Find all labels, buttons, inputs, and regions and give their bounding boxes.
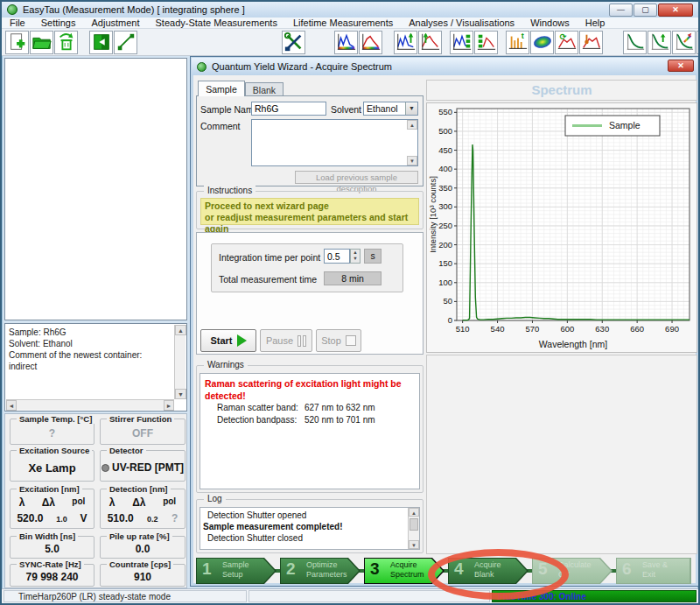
solvent-select[interactable]: Ethanol ▼: [363, 102, 418, 116]
menu-adjustment[interactable]: Adjustment: [83, 18, 147, 28]
stop-button[interactable]: Stop: [316, 329, 361, 352]
decay-button[interactable]: [623, 31, 647, 54]
dialog-title: Quantum Yield Wizard - Acquire Spectrum: [212, 61, 392, 72]
decay-series-button[interactable]: [696, 31, 700, 54]
warning-bandpass-label: Detection bandpass:: [217, 414, 304, 426]
excitation-spectrum-polarized-button[interactable]: [418, 31, 442, 54]
chevron-down-icon[interactable]: ▼: [405, 102, 417, 115]
scroll-up-icon[interactable]: ▲: [175, 325, 186, 335]
scroll-up-icon[interactable]: ▲: [407, 120, 417, 130]
spin-down-icon[interactable]: ▼: [351, 256, 360, 262]
excitation-spectrum-button[interactable]: [359, 31, 382, 54]
sample-name-input[interactable]: [251, 102, 326, 116]
wizard-step-2[interactable]: 2Optimize Parameters: [280, 558, 360, 584]
contour-plot-button[interactable]: [530, 31, 554, 54]
scrollbar-thumb[interactable]: [410, 518, 418, 531]
open-button[interactable]: [30, 31, 53, 54]
svg-text:400: 400: [438, 164, 452, 173]
excitation-source-label: Excitation Source: [17, 446, 92, 455]
menu-windows[interactable]: Windows: [522, 18, 578, 28]
step-number: 2: [286, 559, 296, 579]
warning-main-text: Raman scattering of excitation light mig…: [205, 377, 415, 402]
log-scrollbar[interactable]: ▲ ▼: [408, 508, 419, 549]
sync-rate-group: SYNC-Rate [Hz] 79 998 240: [10, 564, 94, 587]
horizontal-scrollbar[interactable]: ◄ ►: [6, 399, 174, 410]
pol-header: pol: [72, 496, 85, 509]
decay-polarized-button[interactable]: [648, 31, 671, 54]
status-bar: TimeHarp260P (LR) steady-state mode Fluo…: [2, 588, 698, 603]
pause-button[interactable]: Pause: [260, 329, 312, 352]
sample-info-line: Comment of the newest container:: [9, 349, 172, 361]
quantum-yield-wizard-dialog: Quantum Yield Wizard - Acquire Spectrum …: [190, 56, 699, 587]
minimize-button[interactable]: —: [609, 4, 633, 17]
svg-text:50: 50: [443, 296, 452, 306]
pulse-train-button[interactable]: t: [506, 31, 529, 54]
scroll-up-icon[interactable]: ▲: [409, 508, 419, 517]
integration-time-stepper[interactable]: ▲▼: [350, 249, 360, 264]
comment-textarea[interactable]: ▲ ▼: [251, 119, 418, 166]
svg-text:250: 250: [438, 221, 452, 230]
scroll-left-icon[interactable]: ◄: [6, 400, 17, 411]
integration-time-input[interactable]: [324, 249, 350, 264]
delta-lambda-header: Δλ: [42, 496, 55, 509]
svg-text:570: 570: [526, 324, 540, 334]
lambda-header: λ: [109, 496, 116, 509]
scroll-down-icon[interactable]: ▼: [409, 540, 419, 549]
detection-label: Detection [nm]: [107, 484, 171, 494]
menu-steady-state[interactable]: Steady-State Measurements: [148, 18, 285, 28]
emission-spectrum-button[interactable]: [334, 31, 358, 54]
menu-file[interactable]: File: [2, 18, 33, 28]
emission-tres-button[interactable]: [450, 31, 473, 54]
menu-help[interactable]: Help: [578, 18, 613, 28]
stirrer-group: Stirrer Function OFF: [100, 419, 186, 445]
emission-tres-icon: [452, 32, 472, 53]
spin-up-icon[interactable]: ▲: [351, 250, 360, 256]
sample-info-line: indirect: [9, 361, 172, 372]
spectrum-plot: 5105405706006306606900501001502002503003…: [427, 103, 696, 352]
delete-button[interactable]: [54, 31, 78, 54]
menu-settings[interactable]: Settings: [33, 18, 84, 28]
vertical-scrollbar[interactable]: ▲ ▼: [174, 325, 186, 399]
wizard-step-6[interactable]: 6Save & Exit: [616, 558, 691, 584]
scroll-down-icon[interactable]: ▼: [407, 156, 417, 165]
adjustment-curve-button[interactable]: [114, 31, 137, 54]
dialog-close-button[interactable]: ✕: [668, 60, 694, 72]
new-measurement-button[interactable]: [5, 31, 29, 54]
emission-spectrum-polarized-icon: [396, 32, 416, 53]
instrument-setup-button[interactable]: [282, 31, 305, 54]
svg-text:Intensity [10³ counts]: Intensity [10³ counts]: [428, 176, 438, 253]
temperature-spectrum-button[interactable]: [579, 31, 603, 54]
countrate-value: 910: [101, 571, 185, 583]
detection-lambda-value: 510.0: [108, 512, 134, 524]
menu-analyses[interactable]: Analyses / Visualisations: [401, 18, 522, 28]
detector-label: Detector: [107, 446, 146, 455]
svg-text:⟳: ⟳: [559, 32, 566, 41]
tab-sample[interactable]: Sample: [198, 81, 245, 96]
dock-window-icon: [91, 32, 112, 53]
pileup-label: Pile up rate [%]: [107, 531, 172, 541]
total-time-value: 8 min: [324, 271, 382, 285]
scroll-right-icon[interactable]: ►: [164, 400, 174, 411]
sample-description-box: Sample: Rh6G Solvent: Ethanol Comment of…: [4, 323, 187, 412]
start-button[interactable]: Start: [200, 329, 256, 352]
dock-window-button[interactable]: [89, 31, 113, 54]
anisotropy-spectrum-button[interactable]: ⟳: [555, 31, 578, 54]
step-4-highlight-annotation: [428, 549, 569, 600]
emission-spectrum-polarized-button[interactable]: [394, 31, 417, 54]
sample-temp-group: Sample Temp. [°C] ?: [10, 419, 94, 445]
pulse-train-icon: t: [508, 32, 528, 53]
tab-blank[interactable]: Blank: [245, 82, 284, 96]
bin-width-group: Bin Width [ns] 5.0: [10, 536, 94, 559]
measurement-list[interactable]: [4, 58, 187, 320]
detector-value: UV-RED [PMT]: [112, 461, 184, 474]
maximize-button[interactable]: ▢: [634, 4, 657, 17]
scroll-down-icon[interactable]: ▼: [175, 389, 186, 399]
load-previous-sample-button[interactable]: Load previous sample description: [295, 171, 418, 184]
excitation-tres-button[interactable]: [474, 31, 498, 54]
decay-multicolor-icon: [674, 32, 695, 53]
decay-multicolor-button[interactable]: [672, 31, 696, 54]
close-button[interactable]: ✕: [658, 4, 693, 17]
menu-lifetime[interactable]: Lifetime Measurements: [285, 18, 401, 28]
wizard-step-1[interactable]: 1Sample Setup: [196, 558, 276, 584]
detection-pol-value: ?: [172, 512, 178, 524]
